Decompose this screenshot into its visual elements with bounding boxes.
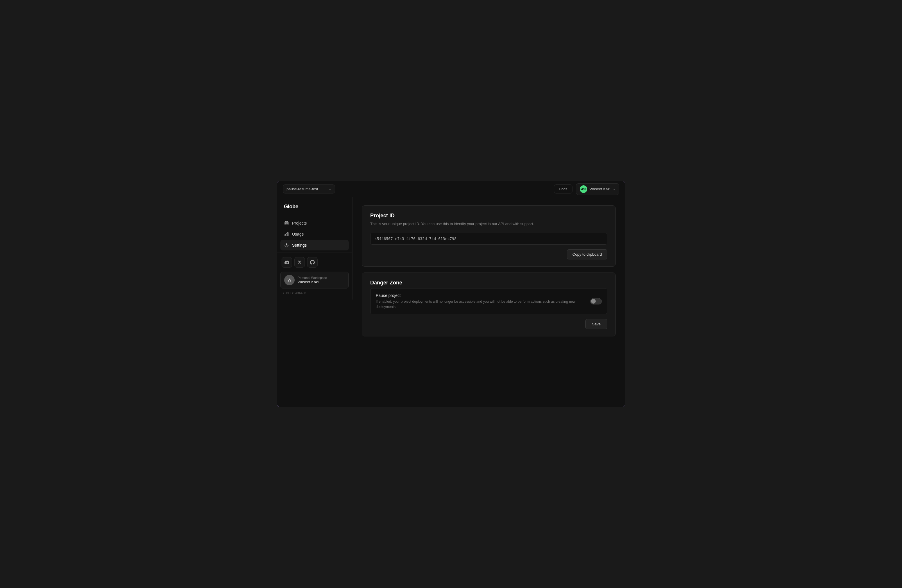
danger-zone-title: Danger Zone	[370, 280, 608, 286]
sidebar-item-projects[interactable]: Projects	[280, 218, 349, 228]
database-icon	[284, 220, 289, 226]
pause-project-toggle[interactable]	[590, 298, 602, 305]
sidebar-nav: Projects Usage	[277, 217, 352, 252]
user-menu[interactable]: WK Waseef Kazi ⌄	[576, 183, 620, 195]
build-id: Build ID: 28fb46b	[280, 291, 349, 295]
svg-point-4	[286, 245, 287, 246]
svg-point-0	[285, 221, 288, 222]
social-icons	[280, 257, 349, 267]
app-logo: Globe	[277, 197, 352, 217]
settings-label: Settings	[292, 243, 307, 247]
workspace-avatar: W	[284, 275, 294, 285]
project-id-card: Project ID This is your unique project I…	[362, 205, 616, 267]
copy-to-clipboard-button[interactable]: Copy to clipboard	[567, 249, 608, 260]
projects-label: Projects	[292, 221, 307, 225]
sidebar: Globe Projects	[277, 197, 352, 300]
content-area: Project ID This is your unique project I…	[352, 197, 625, 407]
workspace-name: Waseef Kazi	[298, 280, 327, 284]
project-selector[interactable]: pause-resume-test ⌄	[283, 185, 335, 194]
docs-button[interactable]: Docs	[554, 185, 573, 194]
project-id-title: Project ID	[370, 213, 608, 219]
discord-button[interactable]	[282, 257, 292, 267]
chevron-down-icon: ⌄	[329, 187, 331, 191]
github-button[interactable]	[307, 257, 318, 267]
pause-project-label: Pause project	[376, 293, 586, 298]
main-content: Project ID This is your unique project I…	[352, 197, 625, 407]
danger-zone-card: Danger Zone Pause project If enabled, yo…	[362, 272, 616, 336]
project-id-description: This is your unique project ID. You can …	[370, 221, 608, 227]
usage-label: Usage	[292, 232, 304, 236]
chart-icon	[284, 231, 289, 237]
sidebar-bottom: W Personal Workspace Waseef Kazi Build I…	[277, 252, 352, 300]
user-avatar: WK	[580, 185, 587, 193]
user-chevron-icon: ⌄	[613, 187, 615, 191]
svg-rect-2	[286, 233, 287, 236]
gear-icon	[284, 242, 289, 248]
twitter-button[interactable]	[294, 257, 305, 267]
svg-rect-3	[287, 232, 288, 236]
header: pause-resume-test ⌄ Docs WK Waseef Kazi …	[277, 181, 625, 197]
sidebar-item-settings[interactable]: Settings	[280, 240, 349, 250]
app-window: pause-resume-test ⌄ Docs WK Waseef Kazi …	[277, 181, 625, 407]
pause-project-description: If enabled, your project deployments wil…	[376, 299, 586, 310]
pause-project-section: Pause project If enabled, your project d…	[370, 288, 608, 314]
svg-rect-1	[285, 235, 286, 236]
project-name: pause-resume-test	[287, 187, 318, 191]
workspace-type: Personal Workspace	[298, 276, 327, 280]
user-name: Waseef Kazi	[590, 187, 611, 191]
save-button[interactable]: Save	[585, 319, 608, 329]
toggle-knob	[591, 299, 596, 303]
app-inner: Globe Projects	[277, 197, 625, 407]
workspace-card[interactable]: W Personal Workspace Waseef Kazi	[280, 272, 349, 288]
avatar-initials: WK	[581, 188, 586, 191]
sidebar-item-usage[interactable]: Usage	[280, 229, 349, 239]
project-id-field: 45446507-e743-4f76-832d-74df613ec798	[370, 233, 608, 245]
